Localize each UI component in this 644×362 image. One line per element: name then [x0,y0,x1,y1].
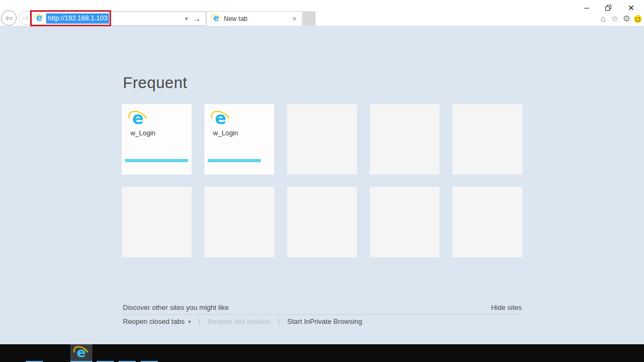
close-window-button[interactable]: ✕ [621,1,641,15]
ie-site-icon: e [130,111,146,127]
new-tab-button[interactable] [303,11,316,26]
taskbar: e ∧ 6:13 PM 10/27/2016 [0,344,644,362]
empty-tile[interactable] [204,187,274,257]
text-caret [109,15,110,23]
page-title: Frequent [123,74,187,92]
separator: | [278,317,280,325]
favorites-button[interactable]: ☆ [610,14,620,24]
tab-favicon-icon: e [212,15,220,23]
close-window-icon: ✕ [628,3,635,13]
empty-tile[interactable] [452,104,522,175]
chevron-down-icon[interactable]: ▾ [188,319,191,324]
usage-bar [208,159,261,162]
footer-divider [123,314,522,315]
forward-icon: ⇨ [23,13,30,23]
empty-tile[interactable] [452,187,522,257]
separator: | [198,317,200,325]
hide-sites-link[interactable]: Hide sites [491,303,522,312]
internet-explorer-button[interactable]: e [70,344,92,362]
frequent-tile[interactable]: e w_Login [204,104,274,175]
go-arrow-icon[interactable]: → [190,14,206,23]
start-inprivate-link[interactable]: Start InPrivate Browsing [287,317,362,325]
tab-title: New tab [224,15,247,23]
desktop-screen: ⇦ ⇨ e http://192.168.1.103 ▾ → e New tab… [0,0,644,362]
tile-label: w_Login [213,129,238,137]
empty-tile[interactable] [122,187,192,257]
gear-icon: ⚙ [623,15,630,23]
back-icon: ⇦ [5,13,12,23]
discover-sites-link[interactable]: Discover other sites you might like [123,303,229,312]
usage-bar [125,159,188,162]
home-button[interactable]: ⌂ [598,14,608,24]
frequent-tiles-grid: e w_Login e w_Login [122,104,522,257]
reopen-last-session-link: Reopen last session [208,317,270,325]
restore-button[interactable] [600,1,616,15]
reopen-closed-tabs-link[interactable]: Reopen closed tabs [123,317,185,325]
url-text[interactable]: http://192.168.1.103 [46,13,109,24]
empty-tile[interactable] [370,104,440,175]
tab-close-icon[interactable]: ✕ [292,16,297,23]
frequent-tile[interactable]: e w_Login [122,104,192,175]
empty-tile[interactable] [287,187,357,257]
browser-chrome: ⇦ ⇨ e http://192.168.1.103 ▾ → e New tab… [0,0,644,26]
session-links-row: Reopen closed tabs ▾ | Reopen last sessi… [123,317,362,325]
empty-tile[interactable] [287,104,357,175]
internet-explorer-icon: e [75,347,88,360]
address-dropdown-icon[interactable]: ▾ [183,16,190,21]
minimize-icon: ─ [584,4,589,12]
ie-site-icon: e [213,111,229,127]
feedback-button[interactable] [633,14,643,24]
new-tab-page: Frequent e w_Login e w_Login Discover ot… [0,26,644,344]
empty-tile[interactable] [370,187,440,257]
home-icon: ⌂ [601,15,606,23]
restore-icon [605,5,611,11]
tile-label: w_Login [130,129,156,137]
forward-button[interactable]: ⇨ [19,11,33,25]
tools-button[interactable]: ⚙ [621,14,632,24]
ie-favicon-icon: e [35,15,43,23]
smiley-icon [634,15,642,23]
back-button[interactable]: ⇦ [1,10,17,26]
tab-new-tab[interactable]: e New tab ✕ [207,11,302,26]
minimize-button[interactable]: ─ [579,1,595,15]
address-bar-input[interactable]: e http://192.168.1.103 ▾ → [32,11,206,26]
star-icon: ☆ [611,15,618,23]
